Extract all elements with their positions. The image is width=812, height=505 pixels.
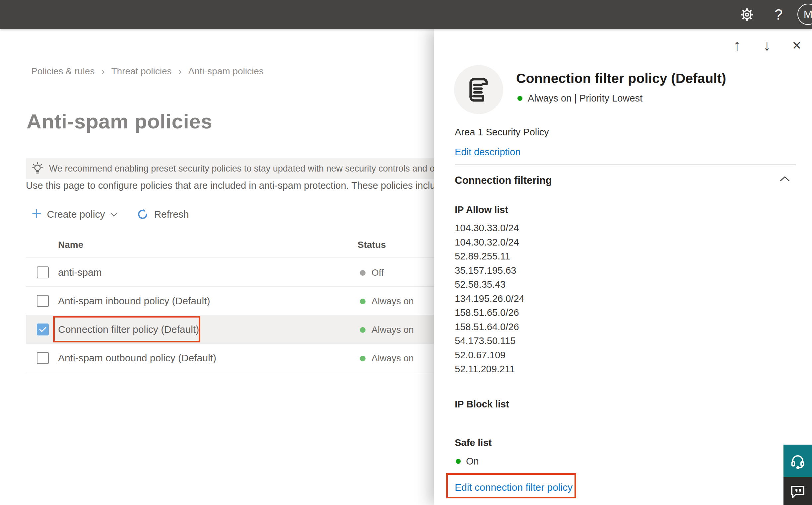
- chevron-down-icon: [110, 212, 118, 217]
- previous-item-button[interactable]: ↑: [729, 36, 746, 54]
- policy-name[interactable]: anti-spam: [58, 267, 102, 278]
- ip-allow-list-label: IP Allow list: [455, 204, 508, 215]
- command-bar: + Create policy Refresh: [31, 205, 208, 224]
- ip-entry: 52.11.209.211: [455, 362, 525, 376]
- page-title: Anti-spam policies: [26, 110, 212, 133]
- top-app-bar: ? M: [0, 0, 812, 29]
- ip-entry: 158.51.64.0/26: [455, 320, 525, 334]
- policy-avatar: [454, 65, 503, 114]
- banner-message: We recommend enabling preset security po…: [49, 164, 482, 174]
- arrow-up-icon: ↑: [734, 36, 741, 54]
- row-checkbox[interactable]: [37, 267, 49, 278]
- edit-connection-filter-policy-link[interactable]: Edit connection filter policy: [455, 482, 573, 493]
- refresh-label: Refresh: [154, 209, 189, 220]
- ip-entry: 158.51.65.0/26: [455, 306, 525, 320]
- status-label: Always on: [372, 296, 414, 307]
- ip-entry: 35.157.195.63: [455, 264, 525, 278]
- status-dot-off: [360, 270, 366, 276]
- ip-entry: 52.89.255.11: [455, 249, 525, 264]
- breadcrumb-separator-icon: ›: [178, 66, 182, 77]
- breadcrumb-threat-policies[interactable]: Threat policies: [111, 66, 172, 76]
- account-avatar[interactable]: M: [797, 4, 812, 25]
- create-policy-button[interactable]: + Create policy: [31, 207, 118, 222]
- flyout-status-text: Always on | Priority Lowest: [528, 93, 642, 104]
- safe-list-status-text: On: [466, 456, 479, 467]
- status-label: Always on: [372, 325, 414, 335]
- section-connection-filtering: Connection filtering: [455, 175, 552, 186]
- chevron-up-icon: [780, 176, 790, 182]
- collapse-section-button[interactable]: [780, 176, 790, 182]
- close-flyout-button[interactable]: ×: [788, 36, 805, 54]
- create-policy-label: Create policy: [47, 209, 105, 220]
- breadcrumb-policies-rules[interactable]: Policies & rules: [31, 66, 94, 76]
- refresh-icon: [137, 208, 149, 220]
- column-header-status[interactable]: Status: [358, 239, 386, 250]
- settings-button[interactable]: [735, 0, 759, 29]
- policy-details-flyout: ↑ ↓ × Connection filter policy (Default)…: [434, 29, 812, 505]
- arrow-down-icon: ↓: [763, 36, 771, 54]
- checkmark-icon: [39, 327, 46, 332]
- avatar-initial: M: [804, 8, 812, 21]
- ip-block-list-label: IP Block list: [455, 399, 509, 410]
- safe-list-label: Safe list: [455, 437, 491, 448]
- ip-entry: 52.58.35.43: [455, 278, 525, 292]
- row-checkbox[interactable]: [37, 295, 49, 307]
- policy-name[interactable]: Connection filter policy (Default): [58, 324, 199, 335]
- headset-icon: [789, 452, 806, 470]
- help-icon: ?: [775, 6, 783, 23]
- breadcrumb-separator-icon: ›: [101, 66, 105, 77]
- status-dot-on: [360, 327, 366, 333]
- flyout-status-line: Always on | Priority Lowest: [518, 93, 642, 104]
- next-item-button[interactable]: ↓: [758, 36, 776, 54]
- breadcrumb: Policies & rules › Threat policies › Ant…: [31, 66, 264, 77]
- policy-name[interactable]: Anti-spam outbound policy (Default): [58, 352, 216, 364]
- policy-name[interactable]: Anti-spam inbound policy (Default): [58, 295, 210, 307]
- ip-entry: 104.30.33.0/24: [455, 221, 525, 235]
- breadcrumb-anti-spam-policies[interactable]: Anti-spam policies: [188, 66, 264, 76]
- safe-list-status: On: [456, 456, 479, 467]
- lightbulb-icon: [31, 162, 43, 175]
- refresh-button[interactable]: Refresh: [137, 208, 189, 220]
- policy-description: Area 1 Security Policy: [455, 127, 549, 138]
- feedback-button[interactable]: [784, 477, 812, 505]
- close-icon: ×: [792, 36, 801, 54]
- ip-entry: 134.195.26.0/24: [455, 292, 525, 306]
- edit-description-link[interactable]: Edit description: [455, 147, 521, 158]
- gear-icon: [739, 7, 755, 22]
- column-header-name[interactable]: Name: [58, 239, 83, 250]
- scroll-icon: [466, 75, 491, 104]
- ip-entry: 54.173.50.115: [455, 334, 525, 348]
- row-checkbox-checked[interactable]: [37, 324, 49, 335]
- status-label: Always on: [372, 353, 414, 364]
- status-dot-on: [456, 459, 461, 464]
- status-dot-on: [360, 299, 366, 304]
- ip-entry: 104.30.32.0/24: [455, 235, 525, 249]
- page-description: Use this page to configure policies that…: [26, 180, 446, 191]
- status-dot-on: [518, 96, 523, 101]
- ip-entry: 52.0.67.109: [455, 348, 525, 362]
- help-button[interactable]: ?: [767, 0, 790, 29]
- support-button[interactable]: [784, 445, 812, 477]
- feedback-icon: [790, 483, 806, 499]
- row-checkbox[interactable]: [37, 352, 49, 364]
- plus-icon: +: [31, 205, 41, 222]
- flyout-divider: [455, 165, 796, 165]
- ip-allow-list: 104.30.33.0/24 104.30.32.0/24 52.89.255.…: [455, 221, 525, 376]
- flyout-title: Connection filter policy (Default): [516, 71, 726, 86]
- status-label: Off: [372, 268, 384, 278]
- status-dot-on: [360, 356, 366, 361]
